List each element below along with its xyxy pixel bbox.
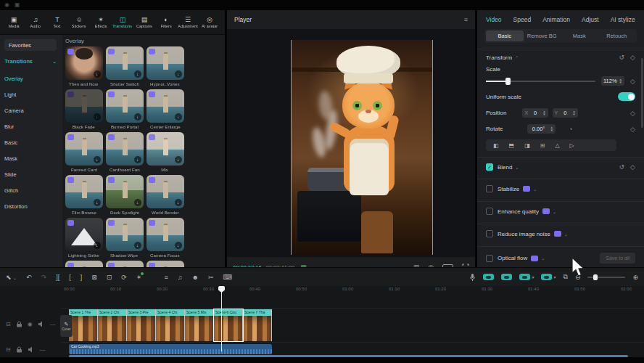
transition-thumbnail[interactable]: ↓ [65, 46, 103, 80]
timeline-zoom-slider[interactable] [587, 277, 625, 278]
adjustment-list-button[interactable]: ≡ [164, 274, 168, 281]
optical-checkbox[interactable] [486, 255, 493, 262]
position-x-box[interactable]: X 0 ▲▼ [522, 108, 548, 118]
timeline-clip[interactable]: Scene 2 Chi [98, 309, 127, 341]
trim-right-button[interactable]: ] [80, 274, 83, 281]
zoom-out-button[interactable]: ⊖ [575, 274, 581, 281]
keyframe-toggle[interactable]: ▾ [541, 274, 556, 280]
uniform-scale-toggle[interactable] [618, 92, 635, 101]
sidebar-item-camera[interactable]: Camera [4, 102, 58, 118]
subtab-basic[interactable]: Basic [486, 30, 524, 41]
enhance-checkbox[interactable] [486, 208, 493, 215]
transition-thumbnail[interactable]: ↓ [106, 218, 144, 251]
audio-clip[interactable]: Cat Cooking.mp3 [69, 344, 272, 354]
timeline-clip[interactable]: Scene 6 Cou [214, 309, 243, 341]
preview-toggle[interactable]: ▾ [519, 274, 534, 280]
toolbar-item-captions[interactable]: ▤Captions [133, 16, 155, 28]
transition-thumbnail[interactable]: ↓ [146, 132, 184, 166]
position-y-box[interactable]: Y 0 ▲▼ [553, 108, 578, 118]
rotate-right-icon[interactable]: ⊞ [540, 142, 545, 149]
scale-slider-handle[interactable] [505, 78, 511, 85]
rotate-dial-icon[interactable]: ◔ [569, 126, 572, 133]
cover-button[interactable]: ✎ Cover [60, 315, 73, 337]
flip-horizontal-icon[interactable]: ◧ [493, 142, 499, 149]
beauty-button[interactable]: ✂ [208, 274, 214, 281]
chevron-down-icon[interactable]: ⌄ [553, 209, 556, 214]
lock-icon[interactable] [16, 321, 22, 327]
sidebar-item-mask[interactable]: Mask [4, 150, 58, 166]
select-tool-button[interactable]: ⬉ ⌄ [6, 274, 17, 281]
tab-animation[interactable]: Animation [542, 16, 570, 23]
hide-track-icon[interactable]: ◉ [28, 321, 33, 327]
transition-thumbnail[interactable]: ↓ [146, 261, 184, 267]
category-dropdown[interactable]: Transitions ⌄ [4, 58, 57, 65]
scale-stepper[interactable]: ▲▼ [619, 78, 622, 84]
transition-thumbnail[interactable]: ↓ [106, 89, 144, 123]
sidebar-item-blur[interactable]: Blur [4, 118, 58, 134]
chevron-down-icon[interactable]: ⌄ [533, 187, 537, 192]
snap-toggle-icon[interactable] [483, 274, 494, 280]
toolbar-item-audio[interactable]: ♫Audio [25, 16, 46, 28]
chevron-down-icon[interactable]: ⌄ [564, 232, 568, 237]
mirror-display-icon[interactable]: ⧉ [563, 273, 567, 281]
reset-transform-icon[interactable]: ↺ [619, 54, 625, 61]
subtab-mask[interactable]: Mask [561, 30, 598, 41]
redo-button[interactable]: ↷ [41, 274, 47, 281]
noise-checkbox[interactable] [486, 230, 493, 237]
mute-track-icon[interactable] [28, 346, 35, 353]
reset-blend-icon[interactable]: ↺ [619, 163, 625, 171]
subtab-retouch[interactable]: Retouch [598, 30, 636, 41]
lock-icon[interactable] [16, 346, 22, 353]
sidebar-item-overlay[interactable]: Overlay [4, 70, 58, 86]
trim-left-button[interactable]: [ [69, 274, 71, 281]
transition-thumbnail[interactable]: ↓ [106, 132, 144, 166]
rotate-stepper[interactable]: ▲▼ [550, 126, 553, 132]
mirror-button[interactable]: ⟳ [121, 274, 127, 281]
keyframe-icon[interactable]: ◇ [630, 54, 635, 61]
video-frame[interactable] [291, 40, 433, 255]
transition-thumbnail[interactable]: ↓ [106, 261, 144, 267]
transition-thumbnail[interactable]: ↓ [146, 175, 184, 208]
transition-thumbnail[interactable]: ↓ [65, 132, 103, 166]
timeline-clip[interactable]: Scene 1 The [69, 309, 98, 341]
sidebar-item-distortion[interactable]: Distortion [4, 198, 58, 214]
mute-clip-button[interactable]: ⊡ [107, 274, 112, 281]
chevron-down-icon[interactable]: ⌄ [515, 165, 519, 170]
scale-keyframe-icon[interactable]: ◇ [630, 78, 635, 85]
timeline-clip[interactable]: Scene 4 Chi [156, 309, 185, 341]
skew-icon[interactable]: ▷ [570, 142, 574, 149]
transition-thumbnail[interactable]: ↓ [146, 89, 184, 123]
preview-canvas[interactable] [227, 29, 475, 257]
track-order-icon[interactable]: ⊟ [6, 346, 11, 353]
sidebar-item-light[interactable]: Light [4, 86, 58, 102]
toolbar-item-text[interactable]: TText [46, 16, 68, 28]
transition-thumbnail[interactable]: ↓ [106, 46, 144, 80]
zoom-slider-handle[interactable] [593, 274, 598, 280]
subtab-remove-bg[interactable]: Remove BG [524, 30, 561, 41]
collapse-icon[interactable]: ⌃ [515, 55, 519, 60]
stabilize-checkbox[interactable] [486, 185, 493, 192]
save-to-all-button[interactable]: Save to all [600, 253, 635, 264]
transition-thumbnail[interactable]: ↓ [146, 218, 184, 251]
mute-track-icon[interactable] [38, 321, 45, 327]
sidebar-item-basic[interactable]: Basic [4, 134, 58, 150]
transition-thumbnail[interactable]: ↓ [65, 218, 103, 251]
shortcuts-button[interactable]: ⌨ [223, 274, 232, 281]
zoom-in-button[interactable]: ⊕ [632, 274, 638, 281]
scale-slider[interactable] [486, 81, 595, 82]
toolbar-item-effects[interactable]: ✶Effects [90, 16, 112, 28]
avatar-button[interactable]: ☻ [191, 274, 198, 281]
position-y-stepper[interactable]: ▲▼ [572, 110, 575, 116]
smart-tools-button[interactable]: ✶ [136, 274, 142, 281]
toolbar-item-adjustment[interactable]: ☰Adjustment [177, 16, 199, 28]
transition-thumbnail[interactable]: ↓ [146, 46, 184, 80]
split-button[interactable]: ][ [56, 274, 59, 281]
timeline-ruler[interactable]: 00:0000:1000:2000:3000:4000:5001:0001:10… [0, 286, 644, 295]
toolbar-item-filters[interactable]: ◐Filters [155, 16, 177, 28]
delete-button[interactable]: ⊠ [91, 274, 97, 281]
sidebar-item-slide[interactable]: Slide [4, 166, 58, 182]
voiceover-mic-icon[interactable] [469, 273, 476, 282]
tab-ai-stylize[interactable]: AI stylize [611, 16, 635, 23]
tab-adjust[interactable]: Adjust [582, 16, 599, 23]
transition-thumbnail[interactable]: ↓ [65, 261, 103, 267]
